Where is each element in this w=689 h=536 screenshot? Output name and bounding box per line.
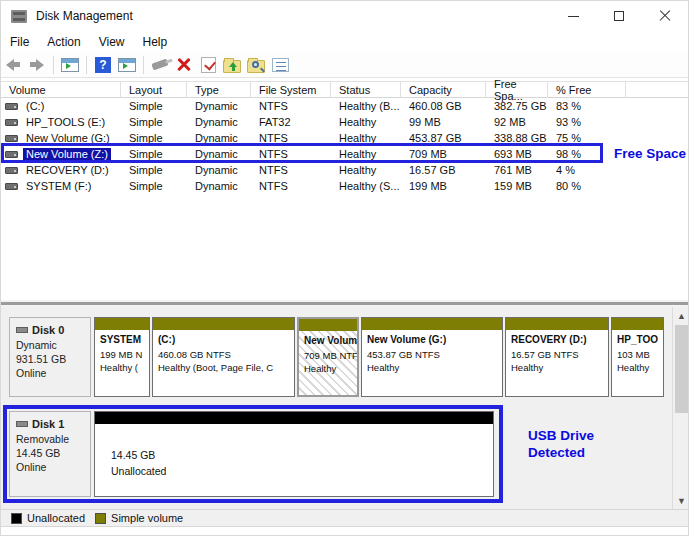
menu-action[interactable]: Action — [38, 33, 89, 51]
volume-name: HP_TOOLS (E:) — [23, 116, 108, 128]
disk0-size: 931.51 GB — [16, 352, 86, 366]
partition-size: 453.87 GB NTFS — [367, 348, 499, 362]
cell-layout: Simple — [121, 180, 187, 192]
cell-layout: Simple — [121, 116, 187, 128]
column-header-layout[interactable]: Layout — [121, 81, 187, 98]
disk0-info-panel[interactable]: Disk 0 Dynamic 931.51 GB Online — [9, 317, 91, 397]
maximize-button[interactable] — [596, 1, 642, 31]
cell-capacity: 453.87 GB — [401, 132, 486, 144]
cell-freespace: 382.75 GB — [486, 100, 548, 112]
folder-up-button[interactable] — [220, 54, 244, 76]
cell-percentfree: 83 % — [548, 100, 626, 112]
cell-percentfree: 93 % — [548, 116, 626, 128]
app-icon — [11, 10, 27, 23]
close-button[interactable] — [642, 1, 688, 31]
menu-file[interactable]: File — [1, 33, 38, 51]
graphical-view: Disk 0 Dynamic 931.51 GB Online SYSTEM 1… — [1, 307, 689, 509]
toolbar-separator — [143, 56, 144, 74]
partition-recovery[interactable]: RECOVERY (D:) 16.57 GB NTFS Healthy — [505, 317, 609, 397]
partition-size: 460.08 GB NTFS — [158, 348, 291, 362]
check-document-button[interactable] — [196, 54, 220, 76]
cell-filesystem: NTFS — [251, 164, 331, 176]
volume-name: New Volume (G:) — [23, 132, 113, 144]
volume-name: SYSTEM (F:) — [23, 180, 94, 192]
close-icon — [659, 10, 671, 22]
cell-status: Healthy (S... — [331, 180, 401, 192]
forward-icon — [30, 59, 44, 71]
title-bar: Disk Management — [1, 1, 688, 31]
simple-volume-band — [612, 318, 663, 330]
disk1-partitions: 14.45 GB Unallocated — [94, 411, 496, 497]
minimize-button[interactable] — [550, 1, 596, 31]
console-tree-button[interactable] — [58, 54, 82, 76]
back-icon — [6, 59, 20, 71]
properties-button[interactable] — [268, 54, 292, 76]
forward-button[interactable] — [25, 54, 49, 76]
simple-volume-band — [362, 318, 502, 330]
toolbar: ? — [1, 52, 688, 78]
cell-type: Dynamic — [187, 148, 251, 160]
folder-search-button[interactable] — [244, 54, 268, 76]
partition-size: 16.57 GB NTFS — [511, 348, 605, 362]
disk0-row: Disk 0 Dynamic 931.51 GB Online SYSTEM 1… — [9, 317, 666, 397]
partition-hp-tools[interactable]: HP_TOO 103 MB Healthy — [611, 317, 664, 397]
menu-help[interactable]: Help — [134, 33, 177, 51]
disk1-info-panel[interactable]: Disk 1 Removable 14.45 GB Online — [9, 411, 91, 497]
partition-label: HP_TOO — [617, 333, 660, 348]
volume-icon — [5, 151, 18, 158]
usb-drive-annotation-text: USB Drive Detected — [528, 428, 594, 462]
column-header-filesystem[interactable]: File System — [251, 81, 331, 98]
cell-freespace: 92 MB — [486, 116, 548, 128]
console-window-button[interactable] — [115, 54, 139, 76]
scroll-up-icon[interactable]: ▲ — [673, 307, 689, 324]
column-header-type[interactable]: Type — [187, 81, 251, 98]
table-row-new-volume-g[interactable]: New Volume (G:) Simple Dynamic NTFS Heal… — [1, 130, 689, 146]
cell-filesystem: NTFS — [251, 100, 331, 112]
partition-size: 199 MB N — [100, 348, 146, 362]
menu-view[interactable]: View — [90, 33, 134, 51]
vertical-scrollbar[interactable]: ▲ ▼ — [672, 307, 689, 509]
cell-layout: Simple — [121, 148, 187, 160]
table-row-c[interactable]: (C:) Simple Dynamic NTFS Healthy (B... 4… — [1, 98, 689, 114]
cell-freespace: 693 MB — [486, 148, 548, 160]
partition-system[interactable]: SYSTEM 199 MB N Healthy ( — [94, 317, 150, 397]
partition-unallocated[interactable]: 14.45 GB Unallocated — [94, 411, 494, 497]
cell-capacity: 99 MB — [401, 116, 486, 128]
partition-label: New Volume (G:) — [367, 333, 499, 348]
cell-capacity: 199 MB — [401, 180, 486, 192]
column-header-percentfree[interactable]: % Free — [548, 81, 626, 98]
usb-annotation-line2: Detected — [528, 445, 594, 462]
scrollbar-thumb[interactable] — [675, 325, 688, 413]
simple-volume-band — [153, 318, 294, 330]
cell-layout: Simple — [121, 132, 187, 144]
column-header-filler — [626, 81, 689, 98]
back-button[interactable] — [1, 54, 25, 76]
table-row-new-volume-z-selected[interactable]: New Volume (Z:) Simple Dynamic NTFS Heal… — [1, 146, 689, 162]
partition-c[interactable]: (C:) 460.08 GB NTFS Healthy (Boot, Page … — [152, 317, 295, 397]
properties-icon — [272, 58, 289, 72]
column-header-freespace[interactable]: Free Spa... — [486, 81, 548, 98]
partition-status: Healthy — [617, 361, 660, 375]
column-header-capacity[interactable]: Capacity — [401, 81, 486, 98]
check-document-icon — [201, 57, 216, 73]
table-row-recovery[interactable]: RECOVERY (D:) Simple Dynamic NTFS Health… — [1, 162, 689, 178]
simple-volume-band — [299, 319, 357, 331]
table-row-system[interactable]: SYSTEM (F:) Simple Dynamic NTFS Healthy … — [1, 178, 689, 194]
partition-new-volume-g[interactable]: New Volume (G:) 453.87 GB NTFS Healthy — [361, 317, 503, 397]
action-probe-button[interactable] — [148, 54, 172, 76]
delete-button[interactable] — [172, 54, 196, 76]
scroll-down-icon[interactable]: ▼ — [673, 492, 689, 509]
disk1-name: Disk 1 — [32, 418, 64, 430]
partition-status: Healthy ( — [100, 361, 146, 375]
pane-splitter[interactable] — [1, 300, 688, 307]
help-button[interactable]: ? — [91, 54, 115, 76]
cell-percentfree: 4 % — [548, 164, 626, 176]
column-header-status[interactable]: Status — [331, 81, 401, 98]
help-icon: ? — [95, 57, 111, 73]
table-row-hp-tools[interactable]: HP_TOOLS (E:) Simple Dynamic FAT32 Healt… — [1, 114, 689, 130]
disk1-status: Online — [16, 460, 86, 474]
partition-new-volume-z-selected[interactable]: New Volum 709 MB NTF Healthy — [297, 317, 359, 397]
cell-filesystem: FAT32 — [251, 116, 331, 128]
cell-freespace: 338.88 GB — [486, 132, 548, 144]
column-header-volume[interactable]: Volume — [1, 81, 121, 98]
